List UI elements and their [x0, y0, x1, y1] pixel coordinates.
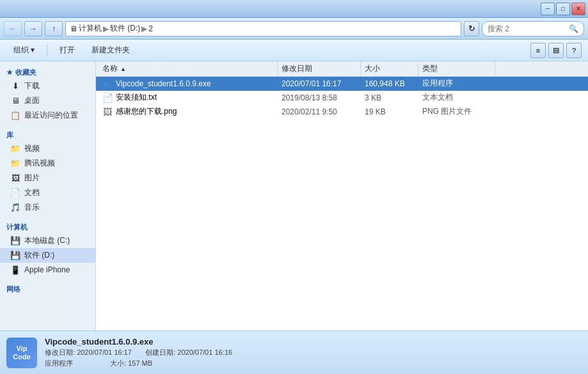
file-area: 名称 ▲ 修改日期 大小 类型 ▶ Vipcode_student1.6.0.9…: [96, 61, 588, 331]
exe-icon: ▶: [102, 79, 113, 89]
sidebar-item-video[interactable]: 📁 视频: [0, 141, 95, 156]
file-date-txt: 2019/08/13 8:58: [278, 93, 361, 102]
favorites-section: ★ 收藏夹 ⬇ 下载 🖥 桌面 📋 最近访问的位置: [0, 65, 95, 123]
status-dates: 修改日期: 2020/07/01 16:17 创建日期: 2020/07/01 …: [45, 348, 232, 357]
pictures-icon: 🖼: [10, 173, 20, 183]
sidebar-item-apple-iphone[interactable]: 📱 Apple iPhone: [0, 263, 95, 277]
sidebar-item-desktop[interactable]: 🖥 桌面: [0, 93, 95, 108]
main-area: ★ 收藏夹 ⬇ 下载 🖥 桌面 📋 最近访问的位置 库 📁 视频: [0, 61, 588, 331]
music-icon: 🎵: [10, 203, 20, 213]
local-c-icon: 💾: [10, 236, 20, 246]
breadcrumb-computer[interactable]: 计算机: [79, 23, 102, 34]
network-title: 网络: [0, 282, 95, 295]
col-header-size[interactable]: 大小: [361, 61, 418, 76]
file-type-png: PNG 图片文件: [418, 106, 495, 117]
sidebar-item-recent[interactable]: 📋 最近访问的位置: [0, 108, 95, 123]
favorites-title: ★ 收藏夹: [0, 65, 95, 79]
file-list-header: 名称 ▲ 修改日期 大小 类型: [96, 61, 588, 77]
docs-icon: 📄: [10, 188, 20, 198]
status-filename: Vipcode_student1.6.0.9.exe: [45, 337, 232, 347]
open-button[interactable]: 打开: [52, 42, 82, 59]
network-section: 网络: [0, 282, 95, 295]
sep-2: ▶: [141, 24, 147, 33]
table-row[interactable]: 📄 安装须知.txt 2019/08/13 8:58 3 KB 文本文档: [96, 91, 588, 105]
status-file-icon: VipCode: [6, 338, 37, 368]
search-box[interactable]: 🔍: [482, 21, 584, 36]
file-date-png: 2020/02/11 9:50: [278, 107, 361, 116]
star-icon: ★: [6, 68, 13, 77]
view-toggle-button[interactable]: ≡: [530, 43, 546, 58]
file-name-vipcode: ▶ Vipcode_student1.6.0.9.exe: [99, 79, 278, 89]
libraries-section: 库 📁 视频 📁 腾讯视频 🖼 图片 📄 文档 🎵 音乐: [0, 128, 95, 215]
file-type-txt: 文本文档: [418, 92, 495, 103]
file-size-txt: 3 KB: [361, 93, 418, 102]
sidebar-item-pictures[interactable]: 🖼 图片: [0, 171, 95, 185]
address-bar: ← → ↑ 🖥 计算机 ▶ 软件 (D:) ▶ 2 ↻ 🔍: [0, 18, 588, 40]
col-header-type[interactable]: 类型: [418, 61, 495, 76]
breadcrumb-folder[interactable]: 2: [148, 24, 153, 33]
breadcrumb-drive[interactable]: 软件 (D:): [110, 23, 140, 34]
sidebar-item-music[interactable]: 🎵 音乐: [0, 200, 95, 215]
status-bar: VipCode Vipcode_student1.6.0.9.exe 修改日期:…: [0, 331, 588, 374]
toolbar-separator-1: [47, 44, 47, 57]
file-date-vipcode: 2020/07/01 16:17: [278, 79, 361, 88]
back-button[interactable]: ←: [4, 21, 22, 36]
refresh-button[interactable]: ↻: [464, 21, 479, 36]
table-row[interactable]: 🖼 感谢您的下载.png 2020/02/11 9:50 19 KB PNG 图…: [96, 105, 588, 119]
maximize-button[interactable]: □: [556, 3, 570, 15]
sep-1: ▶: [103, 24, 109, 33]
toolbar: 组织 ▾ 打开 新建文件夹 ≡ ▤ ?: [0, 40, 588, 61]
pane-toggle-button[interactable]: ▤: [548, 43, 564, 58]
software-d-icon: 💾: [10, 251, 20, 261]
file-name-png: 🖼 感谢您的下载.png: [99, 106, 278, 117]
sidebar-item-downloads[interactable]: ⬇ 下载: [0, 79, 95, 93]
window-controls: ─ □ ✕: [541, 3, 585, 15]
close-button[interactable]: ✕: [571, 3, 585, 15]
help-button[interactable]: ?: [566, 43, 582, 58]
table-row[interactable]: ▶ Vipcode_student1.6.0.9.exe 2020/07/01 …: [96, 77, 588, 91]
png-icon: 🖼: [102, 107, 113, 117]
minimize-button[interactable]: ─: [541, 3, 555, 15]
up-button[interactable]: ↑: [45, 21, 63, 36]
sidebar-item-docs[interactable]: 📄 文档: [0, 185, 95, 200]
search-icon: 🔍: [569, 24, 578, 33]
breadcrumb[interactable]: 🖥 计算机 ▶ 软件 (D:) ▶ 2: [65, 21, 461, 36]
status-info: Vipcode_student1.6.0.9.exe 修改日期: 2020/07…: [45, 337, 232, 368]
computer-title: 计算机: [0, 220, 95, 233]
file-size-vipcode: 160,948 KB: [361, 79, 418, 88]
toolbar-right: ≡ ▤ ?: [530, 43, 582, 58]
file-name-txt: 📄 安装须知.txt: [99, 92, 278, 103]
sort-arrow: ▲: [120, 66, 126, 72]
col-header-date[interactable]: 修改日期: [278, 61, 361, 76]
status-size-type: 应用程序 大小: 157 MB: [45, 359, 232, 368]
desktop-icon: 🖥: [10, 96, 20, 106]
file-list: ▶ Vipcode_student1.6.0.9.exe 2020/07/01 …: [96, 77, 588, 331]
title-bar: ─ □ ✕: [0, 0, 588, 18]
sidebar-item-software-d[interactable]: 💾 软件 (D:): [0, 248, 95, 263]
forward-button[interactable]: →: [24, 21, 42, 36]
downloads-icon: ⬇: [10, 81, 20, 91]
col-header-name[interactable]: 名称 ▲: [99, 61, 278, 76]
computer-section: 计算机 💾 本地磁盘 (C:) 💾 软件 (D:) 📱 Apple iPhone: [0, 220, 95, 277]
tencent-icon: 📁: [10, 159, 20, 169]
sidebar-item-tencent[interactable]: 📁 腾讯视频: [0, 156, 95, 171]
organize-button[interactable]: 组织 ▾: [6, 42, 42, 59]
file-size-png: 19 KB: [361, 107, 418, 116]
sidebar-item-local-c[interactable]: 💾 本地磁盘 (C:): [0, 233, 95, 248]
iphone-icon: 📱: [10, 265, 20, 275]
new-folder-button[interactable]: 新建文件夹: [84, 42, 137, 59]
txt-icon: 📄: [102, 93, 113, 103]
video-icon: 📁: [10, 144, 20, 154]
sidebar: ★ 收藏夹 ⬇ 下载 🖥 桌面 📋 最近访问的位置 库 📁 视频: [0, 61, 96, 331]
libraries-title: 库: [0, 128, 95, 141]
search-input[interactable]: [488, 24, 566, 33]
file-type-vipcode: 应用程序: [418, 78, 495, 89]
computer-icon: 🖥: [70, 24, 77, 33]
recent-icon: 📋: [10, 111, 20, 121]
